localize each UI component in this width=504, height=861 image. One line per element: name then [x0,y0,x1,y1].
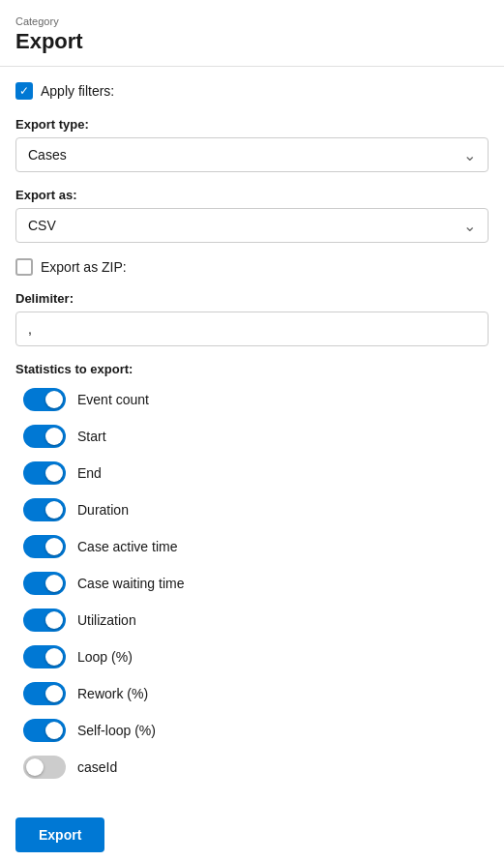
export-type-select[interactable]: Cases ⌄ [15,137,489,172]
toggle-label-duration: Duration [77,502,129,518]
toggle-row-end: End [15,461,489,485]
toggle-label-start: Start [77,429,106,444]
toggle-case-active-time[interactable] [23,535,66,558]
export-zip-checkbox[interactable]: ✓ [15,258,33,276]
toggle-thumb-case-waiting-time [45,575,63,592]
toggle-row-self-loop-pct: Self-loop (%) [15,719,489,742]
toggle-thumb-start [45,428,63,445]
export-as-chevron-icon: ⌄ [463,217,476,235]
statistics-toggle-list: Event countStartEndDurationCase active t… [15,388,489,779]
export-as-field: Export as: CSV ⌄ [15,188,489,243]
toggle-row-case-waiting-time: Case waiting time [15,572,489,595]
delimiter-field: Delimiter: [15,291,489,346]
export-as-label: Export as: [15,188,489,202]
checkbox-check-icon: ✓ [19,85,29,97]
toggle-thumb-self-loop-pct [45,722,63,739]
toggle-label-self-loop-pct: Self-loop (%) [77,723,156,738]
delimiter-label: Delimiter: [15,291,489,306]
export-button[interactable]: Export [15,817,104,852]
export-as-value: CSV [28,218,56,233]
toggle-rework-pct[interactable] [23,682,66,705]
export-zip-row: ✓ Export as ZIP: [15,258,489,276]
export-as-select[interactable]: CSV ⌄ [15,208,489,243]
apply-filters-row: ✓ Apply filters: [15,82,489,100]
delimiter-input[interactable] [15,312,489,346]
toggle-label-case-active-time: Case active time [77,539,177,554]
toggle-thumb-case-active-time [45,538,63,555]
toggle-label-event-count: Event count [77,392,149,407]
export-type-value: Cases [28,147,67,163]
toggle-thumb-loop-pct [45,648,63,666]
toggle-row-duration: Duration [15,498,489,521]
toggle-row-utilization: Utilization [15,609,489,632]
toggle-self-loop-pct[interactable] [23,719,66,742]
toggle-duration[interactable] [23,498,66,521]
toggle-thumb-case-id [26,758,44,776]
category-label: Category [15,15,489,27]
toggle-utilization[interactable] [23,609,66,632]
toggle-row-case-id: caseId [15,756,489,779]
apply-filters-label: Apply filters: [41,83,114,99]
content-area: ✓ Apply filters: Export type: Cases ⌄ Ex… [0,67,504,861]
toggle-thumb-utilization [45,611,63,629]
toggle-label-rework-pct: Rework (%) [77,686,148,701]
toggle-thumb-end [45,464,63,482]
toggle-label-loop-pct: Loop (%) [77,649,133,665]
toggle-row-loop-pct: Loop (%) [15,645,489,668]
toggle-label-case-waiting-time: Case waiting time [77,576,185,591]
page-header: Category Export [0,0,504,67]
apply-filters-checkbox[interactable]: ✓ [15,82,33,100]
toggle-label-utilization: Utilization [77,612,136,628]
toggle-row-case-active-time: Case active time [15,535,489,558]
toggle-label-case-id: caseId [77,759,117,775]
export-type-label: Export type: [15,117,489,132]
toggle-row-event-count: Event count [15,388,489,411]
toggle-loop-pct[interactable] [23,645,66,668]
toggle-label-end: End [77,465,102,481]
statistics-label: Statistics to export: [15,362,489,376]
page-title: Export [15,29,489,54]
toggle-thumb-rework-pct [45,685,63,702]
toggle-case-waiting-time[interactable] [23,572,66,595]
toggle-event-count[interactable] [23,388,66,411]
toggle-thumb-event-count [45,391,63,408]
toggle-start[interactable] [23,425,66,448]
toggle-case-id[interactable] [23,756,66,779]
toggle-row-start: Start [15,425,489,448]
toggle-row-rework-pct: Rework (%) [15,682,489,705]
export-type-field: Export type: Cases ⌄ [15,117,489,172]
export-zip-label: Export as ZIP: [41,259,127,275]
statistics-field: Statistics to export: Event countStartEn… [15,362,489,779]
toggle-thumb-duration [45,501,63,519]
toggle-end[interactable] [23,461,66,485]
export-type-chevron-icon: ⌄ [463,146,476,164]
